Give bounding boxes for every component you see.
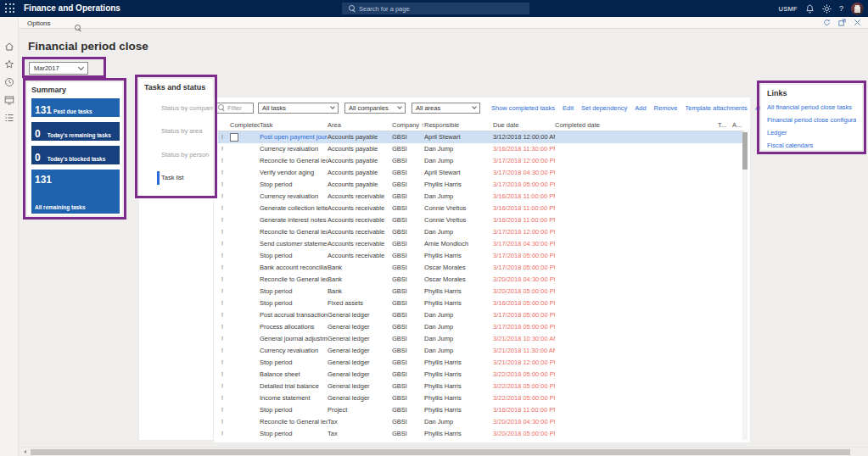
- area-filter-dropdown[interactable]: All areas: [412, 103, 480, 114]
- filter-input[interactable]: [227, 104, 253, 112]
- settings-gear-icon[interactable]: [822, 4, 832, 14]
- action-show-completed-tasks[interactable]: Show completed tasks: [491, 104, 555, 112]
- action-remove[interactable]: Remove: [654, 104, 678, 112]
- table-row[interactable]: ! Post open payment journals Accounts pa…: [218, 131, 744, 143]
- grid-vertical-scrollbar[interactable]: [742, 131, 748, 440]
- completed-cell[interactable]: [230, 191, 260, 203]
- task-filter-dropdown[interactable]: All tasks: [258, 103, 339, 114]
- completed-cell[interactable]: [230, 214, 260, 226]
- table-row[interactable]: ! Reconcile to General ledger Tax GBSI D…: [218, 416, 744, 428]
- completed-cell[interactable]: [230, 167, 260, 179]
- task-cell[interactable]: Detailed trial balance: [260, 381, 328, 392]
- completed-cell[interactable]: [230, 262, 260, 274]
- task-cell[interactable]: Currency revaluation: [260, 191, 328, 203]
- task-cell[interactable]: Currency revaluation: [260, 143, 328, 155]
- home-icon[interactable]: [4, 42, 14, 52]
- action-template-attachments[interactable]: Template attachments: [686, 104, 748, 112]
- table-row[interactable]: ! Process allocations General ledger GBS…: [218, 321, 744, 333]
- completed-cell[interactable]: [230, 321, 260, 333]
- completed-cell[interactable]: [230, 392, 260, 404]
- task-cell[interactable]: Stop period: [260, 250, 328, 262]
- completed-cell[interactable]: [230, 345, 260, 357]
- notifications-bell-icon[interactable]: [805, 4, 815, 14]
- completed-cell[interactable]: [230, 250, 260, 262]
- link-financial-period-close-configuration[interactable]: Financial period close configuration: [767, 114, 856, 126]
- task-cell[interactable]: Stop period: [260, 286, 328, 298]
- table-row[interactable]: ! Generate collection letters Accounts r…: [218, 203, 744, 214]
- table-row[interactable]: ! Reconcile to General ledger Bank GBSI …: [218, 274, 744, 286]
- scrollbar-thumb[interactable]: [742, 132, 748, 170]
- completed-cell[interactable]: [230, 203, 260, 214]
- table-row[interactable]: ! Bank account reconciliation Bank GBSI …: [218, 262, 744, 274]
- table-row[interactable]: ! Stop period Fixed assets GBSI Phyllis …: [218, 298, 744, 309]
- task-cell[interactable]: Currency revaluation: [260, 345, 328, 357]
- link-all-financial-period-close-tasks[interactable]: All financial period close tasks: [767, 101, 856, 114]
- task-cell[interactable]: Bank account reconciliation: [260, 262, 328, 274]
- column-header-company[interactable]: Company ↑: [392, 119, 424, 131]
- column-header-area[interactable]: Area: [328, 119, 392, 131]
- status-nav-item-status-by-area[interactable]: Status by area: [139, 125, 213, 137]
- table-row[interactable]: ! Send customer statements Accounts rece…: [218, 238, 744, 250]
- task-cell[interactable]: Post accrual transactions: [260, 309, 328, 321]
- filter-box[interactable]: [215, 103, 254, 114]
- close-icon[interactable]: [854, 19, 861, 26]
- table-row[interactable]: ! Stop period Accounts receivable GBSI P…: [218, 250, 744, 262]
- summary-tile[interactable]: 131 Past due tasks: [31, 98, 120, 117]
- app-launcher-icon[interactable]: [5, 3, 15, 14]
- column-header-completed-date[interactable]: Completed date: [555, 119, 718, 131]
- table-row[interactable]: ! Generate interest notes Accounts recei…: [218, 214, 744, 226]
- task-cell[interactable]: Stop period: [260, 428, 328, 440]
- task-cell[interactable]: Reconcile to General ledger: [260, 274, 328, 286]
- scroll-left-arrow-icon[interactable]: [24, 450, 26, 453]
- task-cell[interactable]: Reconcile to General ledger: [260, 155, 328, 167]
- table-row[interactable]: ! General journal adjustments General le…: [218, 333, 744, 345]
- status-nav-item-status-by-company[interactable]: Status by company: [139, 103, 213, 114]
- completed-cell[interactable]: [230, 333, 260, 345]
- table-row[interactable]: ! Stop period Project GBSI Phyllis Harri…: [218, 404, 744, 416]
- status-nav-item-status-by-person[interactable]: Status by person: [139, 149, 213, 161]
- completed-cell[interactable]: [230, 309, 260, 321]
- table-row[interactable]: ! Currency revaluation General ledger GB…: [218, 345, 744, 357]
- action-add[interactable]: Add: [635, 104, 646, 112]
- task-cell[interactable]: Send customer statements: [260, 238, 328, 250]
- completed-checkbox[interactable]: [230, 133, 238, 142]
- completed-cell[interactable]: [230, 381, 260, 392]
- page-search-input[interactable]: [359, 5, 512, 13]
- table-row[interactable]: ! Stop period Tax GBSI Phyllis Harris 3/…: [218, 428, 744, 440]
- task-cell[interactable]: Income statement: [260, 392, 328, 404]
- completed-cell[interactable]: [230, 428, 260, 440]
- completed-cell[interactable]: [230, 298, 260, 309]
- task-cell[interactable]: Post open payment journals: [260, 131, 328, 143]
- completed-cell[interactable]: [230, 357, 260, 369]
- table-row[interactable]: ! Balance sheet General ledger GBSI Phyl…: [218, 369, 744, 381]
- completed-cell[interactable]: [230, 155, 260, 167]
- summary-tile[interactable]: 0 Today's blocked tasks: [31, 146, 120, 164]
- column-header-completed[interactable]: Completed: [230, 119, 260, 131]
- popout-icon[interactable]: [838, 19, 846, 26]
- completed-cell[interactable]: [230, 179, 260, 191]
- completed-cell[interactable]: [230, 286, 260, 298]
- table-row[interactable]: ! Stop period Bank GBSI Phyllis Harris 3…: [218, 286, 744, 298]
- page-search-box[interactable]: [342, 3, 529, 14]
- table-row[interactable]: ! Currency revaluation Accounts receivab…: [218, 191, 744, 203]
- task-cell[interactable]: Stop period: [260, 179, 328, 191]
- table-row[interactable]: ! Detailed trial balance General ledger …: [218, 381, 744, 392]
- column-header-a-[interactable]: A...: [732, 119, 744, 131]
- options-menu[interactable]: Options: [27, 19, 51, 27]
- task-cell[interactable]: Stop period: [260, 357, 328, 369]
- task-cell[interactable]: Generate collection letters: [260, 203, 328, 214]
- table-row[interactable]: ! Stop period General ledger GBSI Phylli…: [218, 357, 744, 369]
- summary-tile[interactable]: 0 Today's remaining tasks: [31, 122, 120, 141]
- table-row[interactable]: ! Income statement General ledger GBSI P…: [218, 392, 744, 404]
- completed-cell[interactable]: [230, 226, 260, 238]
- table-row[interactable]: ! Currency revaluation Accounts payable …: [218, 143, 744, 155]
- table-row[interactable]: ! Post accrual transactions General ledg…: [218, 309, 744, 321]
- table-row[interactable]: ! Verify vendor aging Accounts payable G…: [218, 167, 744, 179]
- task-cell[interactable]: Generate interest notes: [260, 214, 328, 226]
- modules-list-icon[interactable]: [4, 113, 14, 123]
- horizontal-scrollbar[interactable]: [20, 447, 868, 455]
- completed-cell[interactable]: [230, 131, 260, 143]
- task-cell[interactable]: Verify vendor aging: [260, 167, 328, 179]
- user-avatar[interactable]: [851, 3, 864, 15]
- table-row[interactable]: ! Reconcile to General ledger Accounts p…: [218, 155, 744, 167]
